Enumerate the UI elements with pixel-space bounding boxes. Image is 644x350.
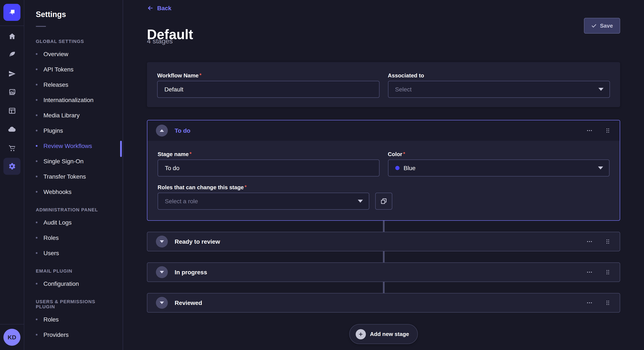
chevron-down-icon xyxy=(598,167,603,170)
rail-item-cart[interactable] xyxy=(4,140,20,157)
color-swatch-blue xyxy=(395,166,399,170)
stage-more-options-button[interactable] xyxy=(585,126,594,135)
stage-more-options-button[interactable] xyxy=(585,298,594,308)
app-window: KD Settings GLOBAL SETTINGSOverviewAPI T… xyxy=(0,0,644,350)
stage-accordion-header[interactable]: Reviewed xyxy=(147,293,620,312)
stage-drag-handle[interactable] xyxy=(604,268,612,277)
nav-section-label: EMAIL PLUGIN xyxy=(29,268,119,273)
sidebar-item-roles[interactable]: Roles xyxy=(29,312,119,327)
sidebar-item-label: Overview xyxy=(44,51,68,57)
sidebar-item-transfer-tokens[interactable]: Transfer Tokens xyxy=(29,169,119,184)
sidebar-item-label: Configuration xyxy=(44,280,79,287)
sidebar-item-configuration[interactable]: Configuration xyxy=(29,276,119,291)
sidebar-item-review-workflows[interactable]: Review Workflows xyxy=(29,138,119,154)
back-link[interactable]: Back xyxy=(147,5,172,11)
sidebar-item-label: Roles xyxy=(44,234,59,241)
sidebar-item-label: Review Workflows xyxy=(44,143,92,149)
paper-plane-icon xyxy=(8,70,16,78)
rail-item-paper-plane[interactable] xyxy=(4,65,20,82)
stage-title: Reviewed xyxy=(175,299,202,306)
sidebar-item-providers[interactable]: Providers xyxy=(29,327,119,342)
bullet-icon xyxy=(36,252,38,254)
workflow-name-label: Workflow Name* xyxy=(157,72,379,79)
layout-icon xyxy=(8,107,16,115)
stage-roles-select[interactable]: Select a role xyxy=(158,193,369,210)
bullet-icon xyxy=(36,222,38,223)
sidebar-item-label: Internationalization xyxy=(44,97,94,103)
more-horizontal-icon xyxy=(586,238,593,245)
bullet-icon xyxy=(36,99,38,101)
gear-icon xyxy=(8,162,16,171)
stage-accordion-header[interactable]: To do xyxy=(147,120,620,141)
bullet-icon xyxy=(36,68,38,70)
media-icon xyxy=(8,88,16,96)
duplicate-stage-button[interactable] xyxy=(375,193,392,210)
associated-to-field: Associated to Select xyxy=(388,72,610,98)
stage-drag-handle[interactable] xyxy=(604,126,612,135)
sidebar-item-releases[interactable]: Releases xyxy=(29,77,119,92)
stage-name-input[interactable] xyxy=(158,160,379,176)
sidebar-item-media-library[interactable]: Media Library xyxy=(29,108,119,123)
drag-handle-icon xyxy=(604,238,611,245)
nav-section-label: ADMINISTRATION PANEL xyxy=(29,207,119,212)
sidebar-item-overview[interactable]: Overview xyxy=(29,46,119,62)
stage-more-options-button[interactable] xyxy=(585,237,594,246)
chevron-down-icon xyxy=(598,88,604,91)
stage-accordion-header[interactable]: In progress xyxy=(147,263,620,282)
collapse-stage-button[interactable] xyxy=(156,125,168,137)
rail-divider-bottom xyxy=(0,324,24,325)
strapi-logo-icon xyxy=(7,8,16,17)
sidebar-item-label: Single Sign-On xyxy=(44,158,84,165)
save-button[interactable]: Save xyxy=(584,18,620,34)
rail-item-feather[interactable] xyxy=(4,46,20,63)
rail-item-home[interactable] xyxy=(4,28,20,45)
workflow-name-input[interactable] xyxy=(157,81,379,98)
stage-more-options-button[interactable] xyxy=(585,268,594,277)
sidebar-item-plugins[interactable]: Plugins xyxy=(29,123,119,138)
bullet-icon xyxy=(36,334,38,336)
bullet-icon xyxy=(36,53,38,55)
nav-section: ADMINISTRATION PANELAudit LogsRolesUsers xyxy=(29,207,119,261)
associated-to-select[interactable]: Select xyxy=(388,81,610,98)
bullet-icon xyxy=(36,191,38,193)
nav-section: USERS & PERMISSIONS PLUGINRolesProviders xyxy=(29,299,119,342)
stage-color-select[interactable]: Blue xyxy=(388,160,610,176)
required-marker: * xyxy=(200,73,202,79)
rail-item-media[interactable] xyxy=(4,83,20,100)
sidebar-item-roles[interactable]: Roles xyxy=(29,230,119,245)
sidebar-item-audit-logs[interactable]: Audit Logs xyxy=(29,215,119,230)
user-avatar[interactable]: KD xyxy=(4,329,20,346)
expand-stage-button[interactable] xyxy=(156,236,168,247)
sidebar-item-users[interactable]: Users xyxy=(29,245,119,261)
associated-to-label: Associated to xyxy=(388,72,610,79)
stage-name-label: Stage name* xyxy=(158,151,379,157)
strapi-logo[interactable] xyxy=(4,4,20,21)
expand-stage-button[interactable] xyxy=(156,297,168,309)
bullet-icon xyxy=(36,145,38,147)
sidebar-item-single-sign-on[interactable]: Single Sign-On xyxy=(29,154,119,169)
stage-roles-label: Roles that can change this stage* xyxy=(158,184,369,190)
stage-roles-field: Roles that can change this stage* Select… xyxy=(158,184,369,210)
sidebar-item-internationalization[interactable]: Internationalization xyxy=(29,92,119,108)
sidebar-item-webhooks[interactable]: Webhooks xyxy=(29,184,119,199)
rail-item-layout[interactable] xyxy=(4,102,20,119)
sidebar-item-api-tokens[interactable]: API Tokens xyxy=(29,62,119,77)
stage-title: In progress xyxy=(175,269,207,276)
subnav-title: Settings xyxy=(36,10,112,19)
stage-connector-line xyxy=(383,217,384,299)
bullet-icon xyxy=(36,160,38,162)
stage-title: To do xyxy=(175,127,190,134)
stage-drag-handle[interactable] xyxy=(604,298,612,308)
stage-drag-handle[interactable] xyxy=(604,237,612,246)
stage-accordion-header[interactable]: Ready to review xyxy=(147,232,620,251)
stage-color-field: Color* Blue xyxy=(388,151,610,176)
bullet-icon xyxy=(36,176,38,177)
rail-item-cloud[interactable] xyxy=(4,121,20,138)
rail-item-gear[interactable] xyxy=(4,158,20,175)
stage-name-field: Stage name* xyxy=(158,151,379,176)
back-label: Back xyxy=(157,5,172,11)
subnav-scrollbar-thumb[interactable] xyxy=(120,141,122,157)
sidebar-item-label: Media Library xyxy=(44,112,80,119)
expand-stage-button[interactable] xyxy=(156,266,168,278)
add-new-stage-button[interactable]: Add new stage xyxy=(349,324,418,344)
